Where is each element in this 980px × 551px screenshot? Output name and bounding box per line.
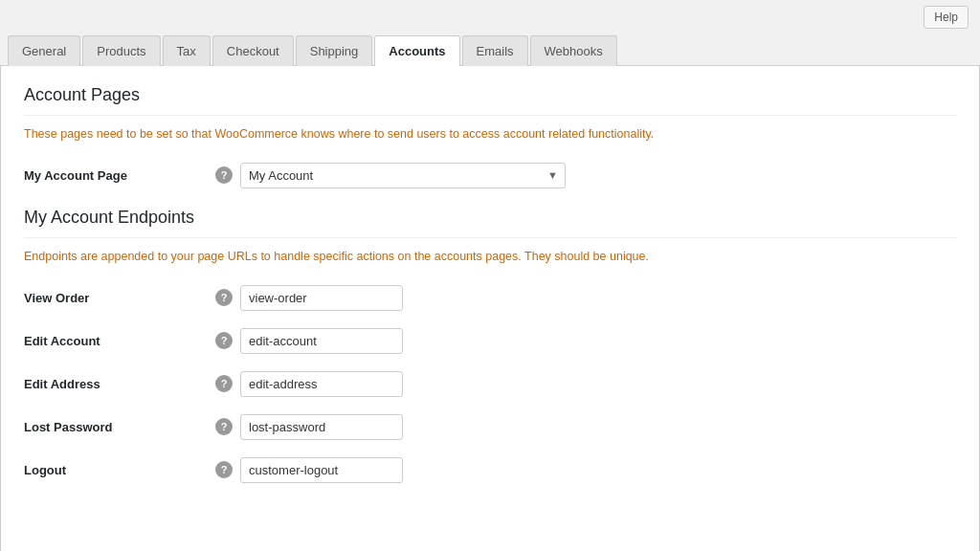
tabs-wrapper: General Products Tax Checkout Shipping A…: [0, 34, 980, 66]
my-account-page-row: My Account Page ? My Account Shop Cart C…: [24, 163, 956, 188]
logout-input[interactable]: [240, 457, 403, 483]
top-bar: Help: [0, 0, 980, 34]
lost-password-label: Lost Password: [24, 420, 215, 434]
my-account-page-help[interactable]: ?: [215, 166, 233, 184]
question-icon: ?: [215, 166, 233, 184]
endpoints-title: My Account Endpoints: [24, 208, 956, 238]
edit-address-help[interactable]: ?: [215, 375, 233, 392]
question-icon: ?: [215, 461, 233, 478]
question-icon: ?: [215, 375, 233, 392]
tab-emails[interactable]: Emails: [462, 35, 528, 66]
question-icon: ?: [215, 332, 233, 349]
view-order-help[interactable]: ?: [215, 289, 233, 306]
account-pages-title: Account Pages: [24, 85, 956, 116]
view-order-label: View Order: [24, 291, 215, 305]
edit-account-help[interactable]: ?: [215, 332, 233, 349]
tab-bar: General Products Tax Checkout Shipping A…: [0, 34, 980, 65]
my-account-select-wrapper: My Account Shop Cart Checkout ▼: [240, 163, 566, 188]
my-account-page-label: My Account Page: [24, 168, 215, 183]
logout-label: Logout: [24, 463, 215, 477]
logout-help[interactable]: ?: [215, 461, 233, 478]
tab-webhooks[interactable]: Webhooks: [530, 35, 617, 66]
logout-row: Logout ?: [24, 457, 956, 483]
edit-account-row: Edit Account ?: [24, 328, 956, 354]
question-icon: ?: [215, 418, 233, 435]
tab-shipping[interactable]: Shipping: [296, 35, 373, 66]
tab-accounts[interactable]: Accounts: [374, 35, 459, 66]
endpoints-info: Endpoints are appended to your page URLs…: [24, 248, 956, 266]
content-area: Account Pages These pages need to be set…: [0, 66, 980, 551]
tab-tax[interactable]: Tax: [163, 35, 211, 66]
edit-account-input[interactable]: [240, 328, 403, 354]
tab-products[interactable]: Products: [82, 35, 160, 66]
account-pages-info: These pages need to be set so that WooCo…: [24, 125, 956, 143]
lost-password-help[interactable]: ?: [215, 418, 233, 435]
edit-address-row: Edit Address ?: [24, 371, 956, 397]
edit-account-label: Edit Account: [24, 334, 215, 348]
tab-general[interactable]: General: [8, 35, 80, 66]
lost-password-input[interactable]: [240, 414, 403, 440]
edit-address-input[interactable]: [240, 371, 403, 397]
my-account-page-select[interactable]: My Account Shop Cart Checkout: [240, 163, 566, 188]
question-icon: ?: [215, 289, 233, 306]
help-button[interactable]: Help: [924, 6, 969, 29]
view-order-input[interactable]: [240, 285, 403, 311]
view-order-row: View Order ?: [24, 285, 956, 311]
lost-password-row: Lost Password ?: [24, 414, 956, 440]
tab-checkout[interactable]: Checkout: [212, 35, 294, 66]
edit-address-label: Edit Address: [24, 377, 215, 391]
endpoints-section: My Account Endpoints Endpoints are appen…: [24, 208, 956, 483]
